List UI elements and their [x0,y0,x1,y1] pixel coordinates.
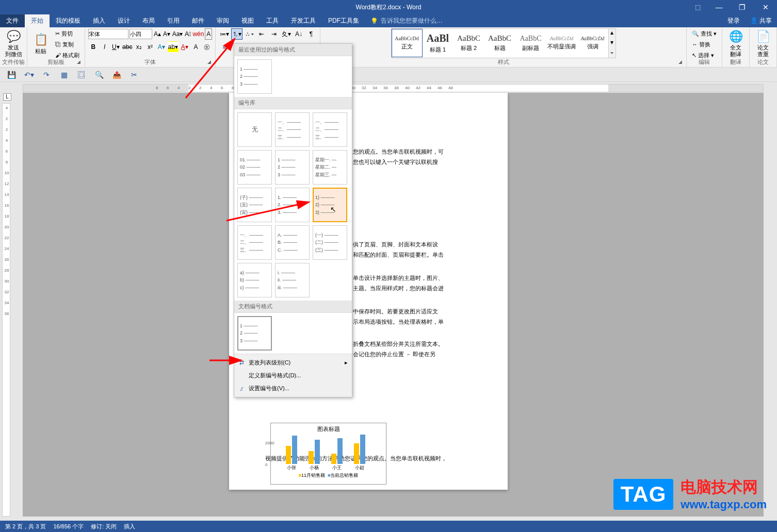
style-title[interactable]: AaBbC标题 [484,29,515,57]
status-page[interactable]: 第 2 页，共 3 页 [5,523,46,530]
status-insertmode[interactable]: 插入 [124,523,135,530]
qat-screenshot-button[interactable]: ✂ [129,70,139,80]
qat-layout-button[interactable]: ⿴ [76,70,87,80]
thesis-check-button[interactable]: 📄论文 查重 [753,28,773,59]
redo-button[interactable]: ↷ [41,70,52,80]
vertical-ruler[interactable]: 4224681012141618202224262830323436 [2,103,10,517]
font-launcher[interactable]: ◢ [207,59,214,65]
paste-button[interactable]: 📋粘贴 [30,28,51,59]
decrease-indent-button[interactable]: ⇤ [256,28,267,40]
subscript-button[interactable]: x₂ [134,41,144,53]
tab-view[interactable]: 视图 [235,14,260,27]
font-color-button[interactable]: A▾ [180,41,190,53]
numbering-library-item-13[interactable]: i. ———ii. ———iii. ——— [275,263,310,297]
numbering-library-item-7[interactable]: 1. ———2. ———3. ——— [275,188,310,222]
highlight-button[interactable]: ab▾ [168,41,179,53]
font-name-combo[interactable] [88,29,128,39]
document-area[interactable]: 您的观点。当您单击联机视频时，可 您也可以键入一个关键字以联机搜 供了页眉、页脚… [23,93,764,517]
tab-references[interactable]: 引用 [161,14,186,27]
qat-print-preview-button[interactable]: 🔍 [94,70,104,80]
style-subtitle[interactable]: AaBbC副标题 [515,29,546,57]
underline-button[interactable]: U▾ [110,41,121,53]
tab-developer[interactable]: 开发工具 [285,14,322,27]
minimize-button[interactable]: — [707,0,731,14]
styles-scroll-down[interactable]: ▾ [609,39,616,48]
enclose-char-button[interactable]: ㊛ [202,41,212,53]
status-trackchanges[interactable]: 修订: 关闭 [91,523,117,530]
clipboard-launcher[interactable]: ◢ [77,59,83,65]
share-button[interactable]: 👤 共享 [745,16,777,25]
numbering-library-item-4[interactable]: 1 ———2 ———3 ——— [275,150,310,185]
clear-formatting-button[interactable]: A⃠ [184,28,191,40]
replace-button[interactable]: ↔替换 [690,39,719,49]
tab-mailings[interactable]: 邮件 [186,14,211,27]
italic-button[interactable]: I [100,41,110,53]
set-numbering-value-menuitem[interactable]: ⎎设置编号值(V)... [234,382,352,395]
text-effects-button[interactable]: A▾ [156,41,167,53]
sort-button[interactable]: A↓ [293,28,304,40]
tab-pdftools[interactable]: PDF工具集 [322,14,365,27]
asian-layout-button[interactable]: 夊▾ [281,28,292,40]
numbering-library-item-3[interactable]: 01 ———02 ———03 ——— [237,150,272,185]
tab-layout[interactable]: 布局 [136,14,161,27]
find-button[interactable]: 🔍查找 ▾ [690,28,719,39]
restore-button[interactable]: ❐ [731,0,754,14]
tab-insert[interactable]: 插入 [87,14,111,27]
undo-button[interactable]: ↶▾ [24,70,34,80]
tab-file[interactable]: 文件 [0,14,25,27]
style-emphasis[interactable]: AaBbCcDd强调 [577,29,608,57]
style-subtle-emphasis[interactable]: AaBbCcDd不明显强调 [546,29,577,57]
define-new-number-format-menuitem[interactable]: 定义新编号格式(D)... [234,369,352,382]
styles-more[interactable]: ⌄ [609,48,616,58]
ribbon-display-options[interactable]: ⬚ [690,0,705,14]
translate-button[interactable]: 🌐全文 翻译 [725,28,746,59]
style-normal[interactable]: AaBbCcDd正文 [392,29,423,57]
tab-mytemplates[interactable]: 我的模板 [50,14,87,27]
change-case-button[interactable]: Aa▾ [172,28,183,40]
increase-indent-button[interactable]: ⇥ [268,28,280,40]
tab-design[interactable]: 设计 [111,14,136,27]
styles-launcher[interactable]: ◢ [678,59,685,65]
numbering-library-item-6[interactable]: (子) ———(丑) ———(寅) ——— [237,188,272,222]
tab-home[interactable]: 开始 [25,14,50,27]
tab-selector[interactable]: L [3,93,11,101]
close-button[interactable]: ✕ [754,0,777,14]
styles-scroll-up[interactable]: ▴ [609,29,616,39]
tell-me-search[interactable]: 💡 告诉我您想要做什么… [365,16,448,25]
styles-gallery[interactable]: AaBbCcDd正文 AaBl标题 1 AaBbC标题 2 AaBbC标题 Aa… [391,28,616,58]
numbering-library-item-1[interactable]: 一、———二、———三、——— [275,112,310,147]
numbering-doc-item[interactable]: 1 ———2 ———3 ——— [237,316,272,351]
strikethrough-button[interactable]: abc [122,41,133,53]
copy-button[interactable]: ⿻复制 [53,39,82,49]
multilevel-list-button[interactable]: ⛬▾ [244,28,255,40]
send-to-wechat-button[interactable]: 💬发送 到微信 [3,28,24,59]
numbering-library-item-9[interactable]: 一、———二、———三、——— [237,225,272,260]
show-marks-button[interactable]: ¶ [305,28,317,40]
numbering-library-item-2[interactable]: 一、———二、———三、——— [313,112,347,147]
character-shading-button[interactable]: A [191,41,201,53]
numbering-button[interactable]: ⒈▾ [231,28,242,40]
tab-tools[interactable]: 工具 [260,14,285,27]
align-left-button[interactable]: ≡ [219,41,230,53]
font-size-combo[interactable] [130,29,152,39]
style-heading2[interactable]: AaBbC标题 2 [454,29,484,57]
superscript-button[interactable]: x² [145,41,155,53]
shrink-font-button[interactable]: A▾ [163,28,171,40]
numbering-library-item-12[interactable]: a) ———b) ———c) ——— [237,263,272,297]
change-list-level-menuitem[interactable]: ⇄更改列表级别(C)▸ [234,356,352,369]
login-link[interactable]: 登录 [722,16,745,25]
horizontal-ruler[interactable]: 8642246810121416182022242628303234363840… [23,84,764,92]
numbering-library-item-5[interactable]: 星期一. —星期二. —星期三. — [313,150,347,185]
numbering-library-item-10[interactable]: A. ———B. ———C. ——— [275,225,310,260]
grow-font-button[interactable]: A▴ [153,28,161,40]
cut-button[interactable]: ✂剪切 [53,28,82,39]
phonetic-guide-button[interactable]: wén [192,28,204,40]
character-border-button[interactable]: A [205,28,212,40]
numbering-library-item-0[interactable]: 无 [237,112,272,147]
qat-export-button[interactable]: 📤 [111,70,122,80]
numbering-recent-item[interactable]: 1 ———2 ———3 ——— [237,59,272,94]
bullets-button[interactable]: ≔▾ [219,28,230,40]
status-wordcount[interactable]: 16/856 个字 [53,523,84,530]
style-heading1[interactable]: AaBl标题 1 [423,29,454,57]
qat-table-button[interactable]: ▦ [59,70,69,80]
